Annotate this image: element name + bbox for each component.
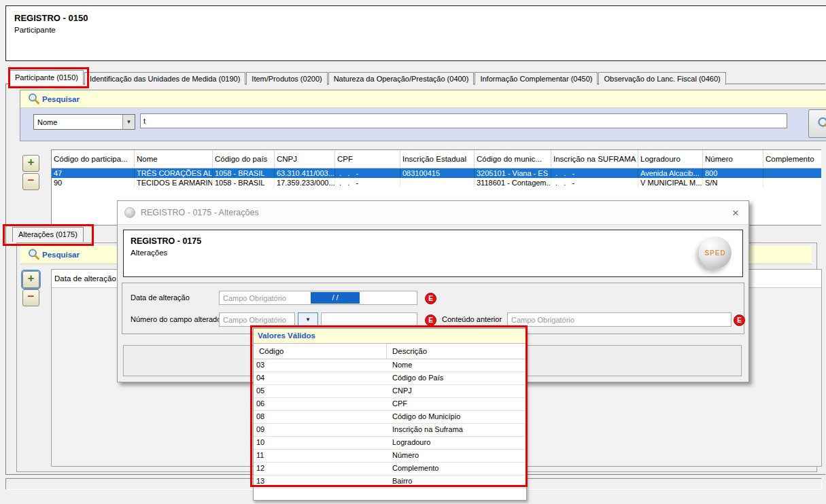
valores-row[interactable]: 06CPF	[254, 398, 526, 411]
column-header[interactable]: Código do país	[213, 150, 275, 168]
dialog-header-box: REGISTRO - 0175 Alterações SPED	[123, 230, 743, 277]
search-row: Nome ▼	[20, 108, 826, 141]
valores-row[interactable]: 08Código do Município	[254, 411, 526, 424]
valores-row[interactable]: 11Número	[254, 450, 526, 463]
valores-row[interactable]: 10Logradouro	[254, 437, 526, 450]
field-label-conteudo-anterior: Conteúdo anterior	[442, 312, 502, 327]
cell: . . -	[335, 168, 400, 178]
popup-rows: 03Nome04Código do País05CNPJ06CPF08Códig…	[254, 359, 526, 488]
tab-observacao-lanc-fiscal-0460[interactable]: Observação do Lanc. Fiscal (0460)	[598, 72, 725, 85]
cell: 06	[254, 398, 387, 410]
close-icon[interactable]: ×	[732, 207, 739, 219]
valores-row[interactable]: 05CNPJ	[254, 385, 526, 398]
cell: 90	[52, 178, 135, 187]
page-title: REGISTRO - 0150	[14, 13, 826, 23]
remove-alteracao-button[interactable]: −	[22, 289, 39, 306]
column-header[interactable]: Inscrição Estadual	[400, 150, 475, 168]
column-header[interactable]: Inscrição na SUFRAMA	[551, 150, 638, 168]
cell: 3118601 - Contagem...	[475, 178, 551, 187]
column-header[interactable]: Código do participa...	[52, 150, 135, 168]
register-header-box: REGISTRO - 0150 Participante	[5, 5, 826, 61]
dialog-titlebar[interactable]: REGISTRO - 0175 - Alterações ×	[118, 201, 748, 225]
cell: CNPJ	[387, 385, 412, 397]
search-title: Pesquisar	[42, 251, 80, 259]
table-row[interactable]: 90TECIDOS E ARMARIN...1058 - BRASIL17.35…	[52, 178, 821, 187]
dialog-form: Data de alteração / / E Número do campo …	[122, 283, 744, 334]
application-window: { "header": { "title": "REGISTRO - 0150"…	[0, 0, 826, 504]
tab-item-produtos-0200[interactable]: Item/Produtos (0200)	[246, 72, 327, 85]
search-field-selector[interactable]: Nome ▼	[33, 114, 135, 130]
cell: 13	[254, 475, 387, 488]
conteudo-anterior-input[interactable]	[507, 312, 732, 327]
cell: 1058 - BRASIL	[213, 178, 275, 187]
search-button[interactable]	[808, 109, 826, 138]
remove-participant-button[interactable]: −	[22, 173, 39, 190]
cell: CPF	[387, 398, 407, 410]
column-header[interactable]: Complemento	[763, 150, 821, 168]
numero-campo-value-input[interactable]	[321, 312, 417, 327]
cell: Nome	[387, 359, 412, 372]
cell: 10	[254, 437, 387, 449]
numero-campo-dropdown[interactable]: ▼	[298, 312, 318, 327]
error-icon: E	[734, 314, 745, 326]
selected-field: Nome	[34, 118, 122, 126]
cell: TRÊS CORAÇÕES AL...	[135, 168, 213, 178]
dialog-title: REGISTRO - 0175 - Alterações	[141, 208, 732, 217]
tab-participante-0150[interactable]: Participante (0150)	[10, 70, 84, 85]
date-mask-selection[interactable]: / /	[311, 292, 360, 304]
tab-natureza-operacao-0400[interactable]: Natureza da Operação/Prestação (0400)	[328, 72, 475, 85]
cell: Código do País	[387, 372, 443, 384]
valores-row[interactable]: 12Complemento	[254, 463, 526, 475]
cell: 09	[254, 424, 387, 436]
column-header[interactable]: Número	[703, 150, 763, 168]
column-header[interactable]: CPF	[335, 150, 400, 168]
column-header[interactable]: Nome	[135, 150, 213, 168]
table-row[interactable]: 47TRÊS CORAÇÕES AL...1058 - BRASIL63.310…	[52, 168, 821, 178]
valores-row[interactable]: 09Inscrição na Suframa	[254, 424, 526, 437]
valores-validos-popup: Valores Válidos Código Descrição 03Nome0…	[253, 328, 527, 501]
cell: . . -	[551, 178, 638, 187]
search-group: Pesquisar Nome ▼	[20, 90, 826, 141]
cell	[763, 168, 821, 178]
add-alteracao-button[interactable]: +	[22, 271, 39, 288]
cell: 12	[254, 463, 387, 475]
cell: . . -	[551, 168, 638, 178]
cell: Código do Município	[387, 411, 460, 423]
column-header[interactable]: CNPJ	[275, 150, 335, 168]
cell: 17.359.233/000...	[275, 178, 335, 187]
search-input[interactable]	[140, 113, 787, 128]
tab-informacao-complementar-0450[interactable]: Informação Complementar (0450)	[475, 72, 598, 85]
cell: S/N	[703, 178, 763, 187]
cell: 800	[703, 168, 763, 178]
valores-row[interactable]: 03Nome	[254, 359, 526, 372]
page-subtitle: Participante	[14, 26, 826, 34]
tab-alteracoes-0175[interactable]: Alterações (0175)	[12, 227, 84, 242]
chevron-down-icon: ▼	[305, 317, 311, 323]
cell: 05	[254, 385, 387, 397]
column-header[interactable]: Logradouro	[638, 150, 703, 168]
column-header[interactable]: Código do munic...	[475, 150, 551, 168]
cell: 04	[254, 372, 387, 384]
error-icon: E	[425, 293, 436, 304]
column-header[interactable]: Descrição	[387, 344, 427, 359]
column-header[interactable]: Código	[254, 344, 387, 359]
cell: Número	[387, 450, 419, 462]
dialog-register-subtitle: Alterações	[131, 249, 742, 257]
search-title: Pesquisar	[42, 95, 80, 103]
search-header-bar: Pesquisar	[20, 90, 826, 108]
add-participant-button[interactable]: +	[22, 155, 39, 172]
chevron-down-icon[interactable]: ▼	[122, 115, 135, 129]
cell: Inscrição na Suframa	[387, 424, 463, 436]
cell: Complemento	[387, 463, 438, 475]
popup-header-row: Código Descrição	[254, 344, 526, 359]
cell: 11	[254, 450, 387, 462]
cell: 083100415	[400, 168, 475, 178]
cell: 1058 - BRASIL	[213, 168, 275, 178]
numero-campo-input[interactable]	[219, 312, 295, 327]
tab-unidades-medida-0190[interactable]: Identificação das Unidades de Medida (01…	[84, 72, 245, 85]
dialog-register-title: REGISTRO - 0175	[131, 236, 742, 246]
valores-row[interactable]: 04Código do País	[254, 372, 526, 385]
cell: Logradouro	[387, 437, 430, 449]
valores-row[interactable]: 13Bairro	[254, 475, 526, 488]
cell: TECIDOS E ARMARIN...	[135, 178, 213, 187]
